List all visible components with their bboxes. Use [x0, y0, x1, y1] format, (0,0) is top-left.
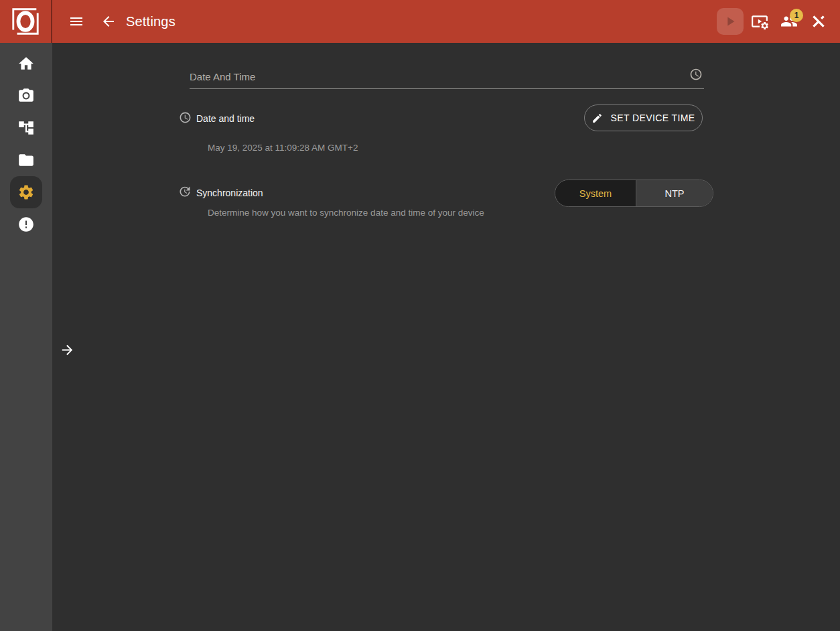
appbar-actions: 1 [717, 8, 832, 35]
camera-icon [17, 87, 35, 104]
menu-icon [68, 13, 84, 29]
play-icon [723, 14, 738, 29]
tools-icon [810, 13, 827, 30]
current-device-time: May 19, 2025 at 11:09:28 AM GMT+2 [208, 143, 358, 153]
set-device-time-label: SET DEVICE TIME [610, 113, 695, 123]
date-time-label: Date and time [196, 113, 255, 124]
sidebar-item-home[interactable] [0, 48, 52, 80]
sidebar-nav [0, 43, 52, 631]
settings-content: Date And Time Date and time SET DEVICE T… [52, 43, 840, 631]
synchronization-label: Synchronization [196, 188, 263, 198]
sidebar-item-files[interactable] [0, 144, 52, 176]
app-window: Settings 1 [0, 0, 840, 631]
sidebar-item-settings[interactable] [0, 176, 52, 208]
video-settings-button[interactable] [746, 8, 773, 35]
error-icon [17, 216, 35, 233]
tools-button[interactable] [805, 8, 832, 35]
users-button[interactable]: 1 [776, 8, 802, 35]
home-icon [17, 55, 35, 72]
menu-button[interactable] [63, 8, 90, 35]
video-settings-icon [751, 13, 768, 30]
pencil-icon [591, 113, 603, 124]
play-button[interactable] [717, 8, 744, 35]
app-logo [0, 0, 52, 43]
arrow-right-icon [60, 342, 75, 358]
sync-mode-toggle: System NTP [555, 180, 713, 207]
app-bar: Settings 1 [0, 0, 840, 43]
date-and-time-section-field[interactable]: Date And Time [190, 66, 704, 89]
synchronization-description: Determine how you want to synchronize da… [208, 208, 484, 218]
gear-icon [17, 184, 35, 201]
sync-option-system[interactable]: System [555, 180, 636, 206]
folder-icon [17, 151, 35, 169]
set-device-time-button[interactable]: SET DEVICE TIME [584, 104, 703, 131]
app-logo-o-icon [10, 6, 41, 37]
sync-option-ntp[interactable]: NTP [636, 180, 713, 206]
device-tree-icon [17, 119, 35, 137]
sidebar-item-camera[interactable] [0, 80, 52, 112]
sidebar-item-device-tree[interactable] [0, 112, 52, 144]
sidebar-item-alerts[interactable] [0, 208, 52, 240]
back-button[interactable] [95, 8, 122, 35]
page-title: Settings [126, 14, 176, 29]
expand-sidebar-button[interactable] [58, 340, 76, 359]
notification-badge: 1 [790, 9, 803, 22]
back-arrow-icon [100, 13, 117, 29]
clock-icon [689, 68, 703, 84]
section-header-label: Date And Time [190, 71, 255, 82]
clock-icon [179, 111, 192, 127]
update-icon [178, 185, 192, 201]
